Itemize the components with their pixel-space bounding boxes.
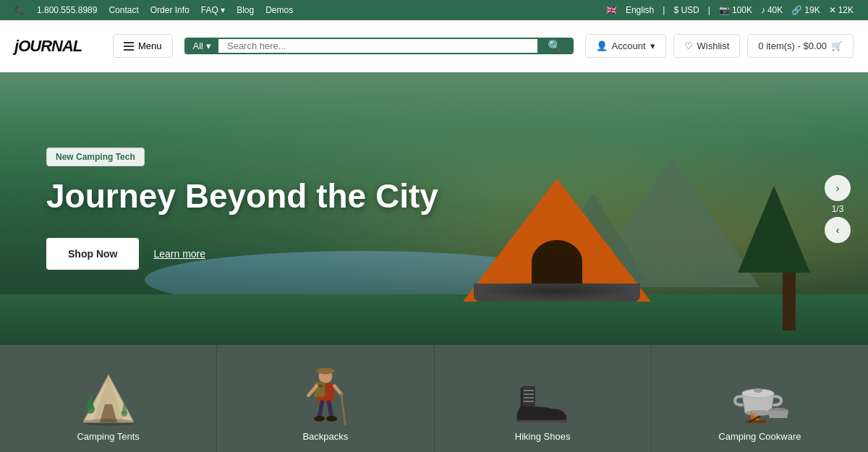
svg-point-3 [81,419,136,426]
cart-icon: 🛒 [831,40,843,51]
backpacks-label: Backpacks [302,431,348,442]
tents-label: Camping Tents [77,431,139,442]
faq-link[interactable]: FAQ ▾ [201,5,225,15]
hero-badge: New Camping Tech [46,148,145,166]
search-category-label: All [193,40,203,51]
chevron-icon: ▾ [650,40,655,51]
cart-button[interactable]: 0 item(s) - $0.00 🛒 [747,34,854,58]
top-bar-right: 🇬🇧 English | $ USD | 📷 100K ♪ 40K 🔗 19K … [606,5,854,15]
svg-point-29 [754,388,762,393]
svg-point-19 [326,416,337,422]
cart-label: 0 item(s) - $0.00 [758,40,827,51]
tents-icon-area [80,366,137,431]
language-select[interactable]: English [626,5,654,15]
hamburger-icon [124,42,134,51]
hero-buttons: Shop Now Learn more [46,238,822,270]
phone-number[interactable]: 1.800.555.8989 [37,5,97,15]
menu-label: Menu [138,40,162,51]
category-hiking-shoes[interactable]: Hiking Shoes [435,345,652,452]
instagram-stat: 📷 100K [719,5,752,15]
contact-link[interactable]: Contact [109,5,138,15]
wishlist-label: Wishlist [697,40,730,51]
svg-rect-10 [317,369,335,371]
svg-line-17 [329,402,332,417]
separator2: | [708,5,710,15]
categories-section: Camping Tents [0,345,868,452]
backpacks-icon-area [300,366,351,431]
logo[interactable]: jOURNAL [14,37,101,56]
svg-line-15 [334,385,341,393]
top-bar-left: 📞 1.800.555.8989 Contact Order Info FAQ … [14,5,293,15]
svg-point-27 [745,410,771,416]
demos-link[interactable]: Demos [265,5,293,15]
hiker-category-icon [300,368,351,430]
category-backpacks[interactable]: Backpacks [217,345,434,452]
svg-marker-5 [86,393,95,409]
slide-total: 3 [839,204,844,214]
search-bar: All ▾ 🔍 [184,38,574,54]
cookware-icon-area [729,366,791,431]
search-icon: 🔍 [548,40,562,52]
instagram-icon: 📷 [719,5,730,15]
slider-counter: 1/3 [832,201,844,217]
tent-category-icon [80,372,137,426]
account-icon: 👤 [596,40,608,51]
shop-now-button[interactable]: Shop Now [46,238,139,270]
currency-select[interactable]: $ USD [673,5,699,15]
search-input[interactable] [218,39,537,53]
cookware-category-icon [729,373,791,424]
header-actions: 👤 Account ▾ ♡ Wishlist 0 item(s) - $0.00… [585,34,854,58]
chevron-down-icon: ▾ [206,40,211,51]
hiking-shoes-icon-area [510,366,575,431]
order-info-link[interactable]: Order Info [150,5,190,15]
category-tents[interactable]: Camping Tents [0,345,217,452]
phone-icon: 📞 [14,5,25,15]
hero-section: New Camping Tech Journey Beyond the City… [0,72,868,345]
logo-text: jOURNAL [14,37,82,55]
x-icon: ✕ [829,5,836,15]
slider-next-button[interactable]: › [825,175,851,201]
hero-content: New Camping Tech Journey Beyond the City… [0,72,868,345]
category-cookware[interactable]: Camping Cookware [652,345,868,452]
account-label: Account [612,40,646,51]
flag-icon: 🇬🇧 [606,5,617,15]
svg-point-18 [314,416,325,422]
header: jOURNAL Menu All ▾ 🔍 👤 Account ▾ ♡ Wishl… [0,20,868,72]
separator: | [663,5,665,15]
hiking-shoes-label: Hiking Shoes [515,431,571,442]
svg-line-16 [319,402,322,417]
x-stat: ✕ 12K [829,5,854,15]
wishlist-button[interactable]: ♡ Wishlist [673,34,741,58]
tiktok-icon: ♪ [761,5,765,15]
cookware-label: Camping Cookware [718,431,801,442]
slide-current: 1 [832,204,837,214]
blog-link[interactable]: Blog [237,5,254,15]
learn-more-button[interactable]: Learn more [153,248,205,260]
slider-prev-button[interactable]: ‹ [825,217,851,243]
boot-category-icon [510,373,575,424]
heart-icon: ♡ [684,40,693,51]
hero-title: Journey Beyond the City [46,178,822,215]
svg-rect-21 [522,386,535,406]
tiktok-stat: ♪ 40K [761,5,783,15]
menu-button[interactable]: Menu [113,34,173,58]
svg-line-20 [341,393,346,424]
link-stat: 🔗 19K [791,5,820,15]
search-category-dropdown[interactable]: All ▾ [186,39,218,53]
account-button[interactable]: 👤 Account ▾ [585,34,666,58]
top-bar: 📞 1.800.555.8989 Contact Order Info FAQ … [0,0,868,20]
slider-controls: › 1/3 ‹ [825,175,851,243]
search-button[interactable]: 🔍 [537,39,572,53]
link-icon: 🔗 [791,5,802,15]
